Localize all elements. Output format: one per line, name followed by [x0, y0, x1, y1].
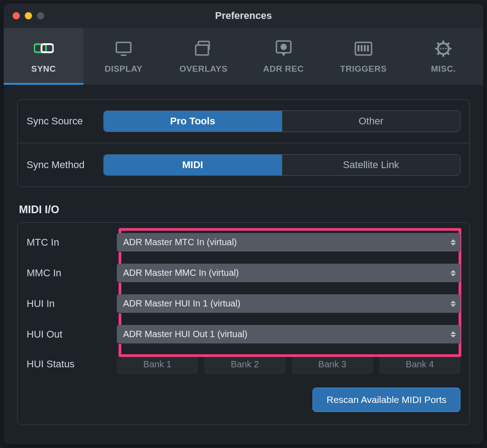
hui-bank-2: Bank 2: [204, 354, 285, 374]
rescan-row: Rescan Available MIDI Ports: [27, 388, 460, 412]
svg-point-22: [440, 48, 441, 50]
tab-overlays[interactable]: OVERLAYS: [164, 28, 244, 85]
svg-rect-1: [41, 44, 53, 52]
hui-banks: Bank 1 Bank 2 Bank 3 Bank 4: [117, 354, 460, 374]
sync-method-segmented: MIDI Satellite Link: [103, 154, 460, 176]
hui-in-row: HUI In ADR Master HUI In 1 (virtual): [27, 293, 460, 315]
svg-rect-2: [116, 42, 131, 52]
dropdown-arrows-icon: [450, 239, 456, 246]
hui-bank-1: Bank 1: [117, 354, 198, 374]
sync-source-other[interactable]: Other: [282, 111, 460, 132]
minimize-window-button[interactable]: [25, 12, 32, 19]
tab-display-label: DISPLAY: [105, 64, 142, 74]
sync-settings-panel: Sync Source Pro Tools Other Sync Method …: [17, 99, 470, 187]
svg-point-24: [445, 48, 447, 50]
svg-rect-10: [361, 45, 363, 51]
hui-out-select[interactable]: ADR Master HUI Out 1 (virtual): [117, 325, 460, 344]
gear-icon: [433, 39, 453, 59]
tab-adr-rec-label: ADR REC: [263, 64, 304, 74]
hui-status-row: HUI Status Bank 1 Bank 2 Bank 3 Bank 4: [27, 354, 460, 374]
mtc-in-value: ADR Master MTC In (virtual): [123, 237, 237, 247]
svg-rect-9: [358, 45, 359, 51]
tab-misc[interactable]: MISC.: [404, 28, 483, 85]
midi-io-heading: MIDI I/O: [19, 203, 470, 216]
mmc-in-row: MMC In ADR Master MMC In (virtual): [27, 262, 460, 284]
sync-content: Sync Source Pro Tools Other Sync Method …: [4, 85, 483, 425]
tab-sync-label: SYNC: [31, 64, 56, 74]
overlays-icon: [193, 39, 213, 59]
adr-rec-icon: [274, 39, 294, 59]
preferences-window: Preferences SYNC DISPLAY: [4, 4, 483, 444]
svg-rect-3: [121, 55, 126, 56]
tab-triggers[interactable]: TRIGGERS: [323, 28, 403, 85]
svg-rect-5: [196, 45, 208, 55]
hui-out-label: HUI Out: [27, 329, 117, 340]
sync-source-label: Sync Source: [27, 115, 94, 127]
tab-overlays-label: OVERLAYS: [179, 64, 228, 74]
svg-rect-11: [364, 45, 366, 51]
tab-display[interactable]: DISPLAY: [83, 28, 163, 85]
zoom-window-button[interactable]: [37, 12, 44, 19]
hui-bank-4: Bank 4: [379, 354, 460, 374]
hui-in-label: HUI In: [27, 298, 117, 310]
rescan-midi-button[interactable]: Rescan Available MIDI Ports: [312, 388, 460, 412]
hui-in-select[interactable]: ADR Master HUI In 1 (virtual): [117, 294, 460, 313]
hui-status-label: HUI Status: [27, 358, 117, 370]
mmc-in-select[interactable]: ADR Master MMC In (virtual): [117, 264, 460, 283]
mtc-in-row: MTC In ADR Master MTC In (virtual): [27, 232, 460, 253]
sync-method-label: Sync Method: [27, 159, 94, 171]
sync-icon: [34, 39, 54, 59]
tab-bar: SYNC DISPLAY OVERLAYS: [4, 28, 483, 85]
titlebar: Preferences: [4, 4, 483, 28]
sync-source-protools[interactable]: Pro Tools: [104, 111, 282, 132]
dropdown-arrows-icon: [450, 301, 456, 307]
traffic-lights: [4, 12, 44, 19]
midi-triggers-icon: [354, 39, 373, 59]
close-window-button[interactable]: [13, 12, 20, 19]
tab-misc-label: MISC.: [431, 64, 456, 74]
mmc-in-value: ADR Master MMC In (virtual): [123, 268, 239, 278]
sync-method-satellite[interactable]: Satellite Link: [282, 155, 460, 175]
mtc-in-label: MTC In: [27, 237, 117, 248]
sync-source-segmented: Pro Tools Other: [103, 110, 460, 132]
dropdown-arrows-icon: [450, 270, 456, 276]
hui-out-row: HUI Out ADR Master HUI Out 1 (virtual): [27, 324, 460, 345]
dropdown-arrows-icon: [450, 331, 456, 338]
tab-triggers-label: TRIGGERS: [340, 64, 386, 74]
svg-line-18: [437, 43, 439, 45]
mtc-in-select[interactable]: ADR Master MTC In (virtual): [117, 233, 460, 252]
sync-method-row: Sync Method MIDI Satellite Link: [18, 143, 469, 187]
svg-line-20: [447, 43, 449, 45]
svg-line-19: [447, 53, 449, 55]
hui-in-value: ADR Master HUI In 1 (virtual): [123, 298, 240, 309]
hui-bank-3: Bank 3: [292, 354, 373, 374]
svg-line-21: [437, 53, 439, 55]
midi-io-panel: MTC In ADR Master MTC In (virtual) MMC I…: [17, 222, 470, 425]
svg-rect-12: [367, 45, 369, 51]
tab-adr-rec[interactable]: ADR REC: [244, 28, 323, 85]
window-title: Preferences: [215, 10, 272, 22]
mmc-in-label: MMC In: [27, 267, 117, 279]
sync-method-midi[interactable]: MIDI: [104, 155, 282, 175]
svg-point-7: [280, 44, 287, 50]
tab-sync[interactable]: SYNC: [4, 28, 83, 85]
sync-source-row: Sync Source Pro Tools Other: [18, 100, 469, 143]
hui-out-value: ADR Master HUI Out 1 (virtual): [123, 329, 248, 339]
display-icon: [114, 39, 133, 59]
svg-point-23: [442, 48, 444, 50]
svg-rect-0: [34, 44, 46, 52]
